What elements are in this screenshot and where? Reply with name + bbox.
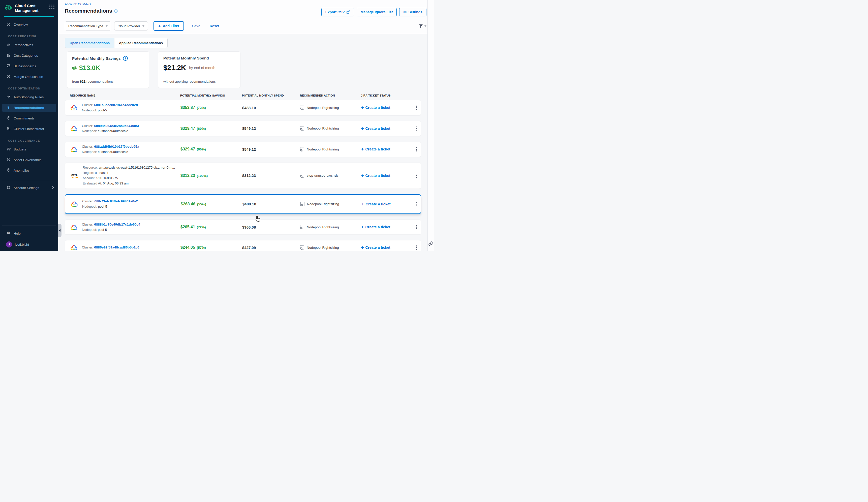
export-csv-button[interactable]: Export CSV (321, 8, 354, 17)
cluster-link[interactable]: 6886e92f59a48cad86b5b1c6 (94, 245, 139, 249)
chevron-right-icon (52, 186, 54, 190)
sidebar-item-overview[interactable]: Overview (2, 21, 56, 29)
table-row[interactable]: Cluster: 6888b1c70e49db17c1de60c4Nodepoo… (65, 220, 421, 235)
add-filter-button[interactable]: + Add Filter (154, 21, 184, 31)
account-breadcrumb[interactable]: Account: CCM-NG (65, 2, 118, 6)
sidebar-item-account-settings[interactable]: Account Settings (2, 184, 56, 192)
manage-ignore-list-button[interactable]: Manage Ignore List (356, 8, 397, 17)
row-menu-kebab-icon[interactable] (413, 104, 420, 111)
cluster-link[interactable]: 688add6fb019b17f9bccb95a (94, 145, 139, 148)
table-row[interactable]: Cluster: 688add6fb019b17f9bccb95aNodepoo… (65, 142, 421, 157)
page-scroll-strip[interactable] (427, 0, 434, 251)
row-menu-kebab-icon[interactable] (413, 146, 420, 153)
sidebar-item-cost-categories[interactable]: Cost Categories (2, 52, 56, 60)
savings-amount: $329.47 (180, 147, 195, 151)
plus-icon: + (361, 105, 364, 110)
sidebar-item-anomalies[interactable]: Anomalies (2, 167, 56, 175)
sidebar-item-bi-dashboards[interactable]: BI Dashboards (2, 62, 56, 70)
tab-applied-recommendations[interactable]: Applied Recommendations (114, 38, 167, 48)
rightsizing-icon (300, 202, 304, 206)
avatar: J (6, 241, 12, 248)
table-row[interactable]: Cluster: 6881a3ccc887941a4ee202ffNodepoo… (65, 100, 421, 115)
reset-filter-button[interactable]: Reset (208, 24, 221, 28)
user-menu[interactable]: J jyoti.bisht (2, 240, 56, 248)
savings-amount: $312.23 (180, 174, 195, 178)
plus-icon: + (361, 245, 364, 250)
resource-label: Cluster: (82, 145, 94, 148)
sidebar-item-label: Cost Categories (14, 54, 38, 57)
add-filter-label: Add Filter (163, 24, 179, 28)
sidebar-item-commitments[interactable]: Commitments (2, 114, 56, 123)
create-ticket-button[interactable]: +Create a ticket (356, 245, 410, 250)
info-icon[interactable]: i (114, 9, 118, 13)
cluster-link[interactable]: 6881a3ccc887941a4ee202ff (94, 103, 138, 107)
savings-percent: (60%) (197, 147, 206, 151)
create-ticket-label: Create a ticket (365, 147, 390, 151)
filter-separator (205, 23, 205, 29)
resource-label: Cluster: (82, 222, 94, 226)
savings-amount: $265.41 (180, 225, 195, 229)
rightsizing-icon (300, 147, 304, 151)
table-row[interactable]: Cluster: 6886e92f59a48cad86b5b1c6$244.05… (65, 240, 421, 251)
resource-cell: Cluster: 68898c064e3e2ba0e544005fNodepoo… (65, 121, 175, 136)
sidebar-item-margin-obfuscation[interactable]: Margin Obfuscation (2, 73, 56, 81)
sidebar-collapse-handle[interactable] (58, 224, 62, 237)
sidebar-item-cluster-orchestrator[interactable]: Cluster Orchestrator (2, 125, 56, 133)
resource-label: Cluster: (82, 245, 94, 249)
resource-value: 511616801275 (96, 176, 118, 180)
bar-chart-icon (7, 43, 11, 48)
row-menu-kebab-icon[interactable] (413, 244, 420, 251)
filter-panel-toggle[interactable] (418, 24, 426, 28)
resource-line: Evaluated At: 04 Aug, 06:33 am (83, 181, 175, 186)
recommended-action-cell: Nodepool Rightsizing (295, 225, 356, 229)
create-ticket-button[interactable]: +Create a ticket (356, 225, 410, 229)
module-grid-icon[interactable] (49, 4, 55, 9)
tab-open-recommendations[interactable]: Open Recommendations (65, 38, 114, 48)
row-menu-kebab-icon[interactable] (413, 172, 420, 179)
row-menu-kebab-icon[interactable] (413, 201, 420, 208)
nav-section-cost-governance: COST GOVERNANCE (8, 139, 56, 142)
sidebar-item-budgets[interactable]: $Budgets (2, 145, 56, 154)
sidebar-item-label: Anomalies (14, 169, 30, 172)
create-ticket-button[interactable]: +Create a ticket (356, 202, 410, 206)
sidebar: $ Cloud Cost Management OverviewCOST REP… (0, 0, 58, 251)
chevron-down-icon (142, 25, 144, 27)
sidebar-item-autostopping-rules[interactable]: AutoStopping Rules (2, 93, 56, 101)
create-ticket-button[interactable]: +Create a ticket (356, 126, 410, 131)
help-question-icon[interactable]: ? (123, 56, 128, 61)
resource-value: arn:aws:rds:us-east-1:511616801275:db:zn… (99, 166, 175, 169)
sidebar-item-recommendations[interactable]: Recommendations (2, 104, 56, 112)
sidebar-item-label: BI Dashboards (14, 64, 36, 68)
chat-widget-button[interactable] (428, 241, 434, 248)
cloud-provider-dropdown[interactable]: Cloud Provider (114, 21, 148, 31)
resource-value: e2standar4autoscale (98, 129, 128, 133)
recommendation-tabs: Open Recommendations Applied Recommendat… (65, 38, 168, 48)
resource-line: Cluster: 688add6fb019b17f9bccb95a (82, 144, 139, 149)
column-header-potential-monthly-spend: POTENTIAL MONTHLY SPEND (237, 94, 295, 97)
cluster-link[interactable]: 68898c064e3e2ba0e544005f (94, 124, 139, 128)
table-row[interactable]: Cluster: 688c2fefc84fbdc99801a0a2Nodepoo… (65, 194, 421, 214)
sidebar-item-perspectives[interactable]: Perspectives (2, 41, 56, 49)
resource-value: pool-5 (98, 108, 107, 112)
recommended-action-cell: stop-unused-aws-rds (295, 174, 356, 178)
cluster-link[interactable]: 688c2fefc84fbdc99801a0a2 (94, 199, 138, 203)
spend-card-subtitle: without applying recommendations (163, 80, 235, 83)
create-ticket-button[interactable]: +Create a ticket (356, 174, 410, 178)
table-row[interactable]: awsResource: arn:aws:rds:us-east-1:51161… (65, 163, 421, 189)
sidebar-item-label: Recommendations (14, 106, 44, 109)
table-row[interactable]: Cluster: 68898c064e3e2ba0e544005fNodepoo… (65, 121, 421, 136)
resource-line: Resource: arn:aws:rds:us-east-1:51161680… (83, 165, 175, 170)
create-ticket-button[interactable]: +Create a ticket (356, 105, 410, 110)
settings-button[interactable]: ⚙ Settings (399, 8, 426, 17)
row-menu-kebab-icon[interactable] (413, 223, 420, 231)
save-filter-button[interactable]: Save (190, 24, 202, 28)
potential-monthly-spend-value: $488.10 (237, 106, 295, 110)
sidebar-item-help[interactable]: ? Help (2, 229, 56, 237)
resource-line: Nodepool: e2standar4autoscale (82, 128, 139, 134)
collapse-left-icon (59, 229, 61, 232)
sidebar-item-asset-governance[interactable]: $Asset Governance (2, 156, 56, 164)
recommendation-type-dropdown[interactable]: Recommendation Type (65, 21, 111, 31)
cluster-link[interactable]: 6888b1c70e49db17c1de60c4 (94, 222, 140, 226)
row-menu-kebab-icon[interactable] (413, 125, 420, 132)
create-ticket-button[interactable]: +Create a ticket (356, 147, 410, 151)
